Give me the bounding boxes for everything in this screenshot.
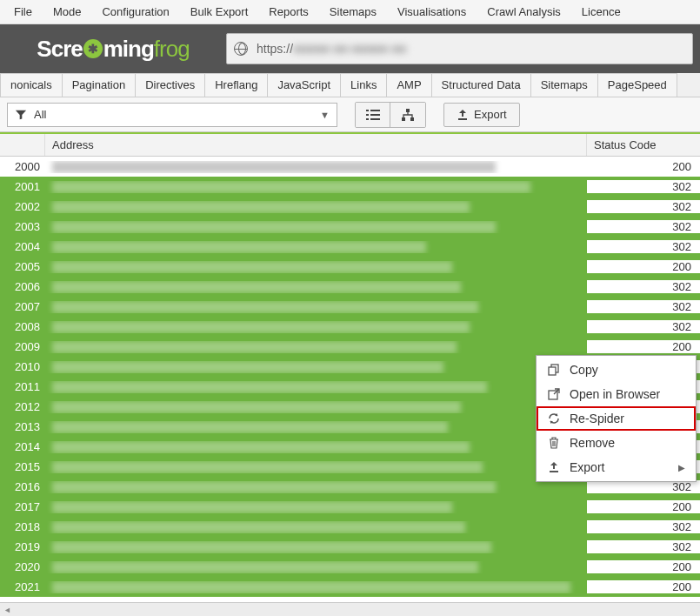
cell-address: [45, 501, 587, 513]
url-host-blurred: ■■■■■ ■■ ■■■■■ ■■: [293, 42, 406, 56]
export-label: Export: [474, 108, 507, 121]
table-header: Address Status Code: [0, 134, 700, 157]
row-number: 2010: [0, 360, 45, 373]
cell-address: [45, 301, 587, 313]
tree-view-button[interactable]: [390, 103, 425, 127]
context-open-in-browser[interactable]: Open in Browser: [537, 382, 696, 406]
context-export[interactable]: Export▶: [537, 455, 696, 479]
menu-reports[interactable]: Reports: [258, 2, 319, 22]
cell-address: [45, 181, 587, 193]
tab-sitemaps[interactable]: Sitemaps: [531, 73, 598, 97]
menu-mode[interactable]: Mode: [43, 2, 92, 22]
menu-crawl-analysis[interactable]: Crawl Analysis: [477, 2, 571, 22]
horizontal-scrollbar[interactable]: [0, 602, 700, 616]
cell-status-code: 200: [587, 580, 700, 593]
external-icon: [547, 387, 561, 401]
tab-directives[interactable]: Directives: [136, 73, 205, 97]
cell-address: [45, 321, 587, 333]
row-number: 2016: [0, 480, 45, 493]
tab-structured-data[interactable]: Structured Data: [432, 73, 531, 97]
svg-rect-0: [406, 109, 410, 112]
filter-select[interactable]: All ▼: [7, 103, 337, 127]
trash-icon: [547, 436, 561, 450]
table-row[interactable]: 2005200: [0, 257, 700, 277]
cell-address: [45, 561, 587, 573]
cell-status-code: 302: [587, 320, 700, 333]
tab-nonicals[interactable]: nonicals: [0, 73, 63, 97]
cell-address: [45, 581, 587, 593]
tree-icon: [401, 109, 415, 121]
refresh-icon: [547, 412, 561, 425]
cell-address: [45, 221, 587, 233]
table-row[interactable]: 2017200: [0, 497, 700, 517]
cell-status-code: 200: [587, 160, 700, 173]
table-row[interactable]: 2020200: [0, 557, 700, 577]
export-button[interactable]: Export: [443, 103, 520, 127]
row-number: 2008: [0, 320, 45, 333]
menu-file[interactable]: File: [3, 2, 43, 22]
tab-pagespeed[interactable]: PageSpeed: [598, 73, 677, 97]
menu-visualisations[interactable]: Visualisations: [387, 2, 477, 22]
frog-icon: ✱: [83, 39, 103, 58]
table-row[interactable]: 2009200: [0, 337, 700, 357]
table-row[interactable]: 2006302: [0, 277, 700, 297]
logo-part2: ming: [103, 36, 154, 63]
table-row[interactable]: 2003302: [0, 217, 700, 237]
cell-status-code: 200: [587, 500, 700, 513]
table-row[interactable]: 2021200: [0, 577, 700, 597]
menu-sitemaps[interactable]: Sitemaps: [319, 2, 387, 22]
context-label: Remove: [570, 436, 615, 450]
col-status-code[interactable]: Status Code: [587, 134, 700, 156]
col-address[interactable]: Address: [45, 134, 587, 156]
table-row[interactable]: 2019302: [0, 537, 700, 557]
cell-address: [45, 541, 587, 553]
context-copy[interactable]: Copy: [537, 358, 696, 382]
table-row[interactable]: 2000200: [0, 157, 700, 177]
context-label: Copy: [570, 363, 598, 377]
cell-status-code: 302: [587, 520, 700, 533]
row-number: 2005: [0, 260, 45, 273]
upload-icon: [547, 460, 561, 474]
list-view-button[interactable]: [356, 103, 390, 127]
row-number: 2021: [0, 580, 45, 593]
url-scheme: https://: [257, 42, 293, 56]
menu-licence[interactable]: Licence: [571, 2, 631, 22]
tab-hreflang[interactable]: Hreflang: [205, 73, 268, 97]
tab-javascript[interactable]: JavaScript: [268, 73, 341, 97]
cell-status-code: 302: [587, 180, 700, 193]
cell-address: [45, 421, 587, 433]
url-input[interactable]: https:// ■■■■■ ■■ ■■■■■ ■■: [226, 33, 693, 64]
topbar: Scre✱mingfrog https:// ■■■■■ ■■ ■■■■■ ■■: [0, 24, 700, 73]
table-row[interactable]: 2018302: [0, 517, 700, 537]
logo-part1: Scre: [37, 36, 82, 63]
menu-bulk-export[interactable]: Bulk Export: [180, 2, 258, 22]
cell-address: [45, 261, 587, 273]
cell-status-code: 302: [587, 280, 700, 293]
filter-icon: [15, 109, 27, 121]
table-row[interactable]: 2007302: [0, 297, 700, 317]
row-number: 2012: [0, 400, 45, 413]
menubar: FileModeConfigurationBulk ExportReportsS…: [0, 0, 700, 24]
cell-status-code: 200: [587, 260, 700, 273]
view-toggle: [355, 102, 426, 128]
row-number: 2011: [0, 380, 45, 393]
tab-pagination[interactable]: Pagination: [63, 73, 136, 97]
menu-configuration[interactable]: Configuration: [91, 2, 179, 22]
table-row[interactable]: 2008302: [0, 317, 700, 337]
cell-status-code: 302: [587, 220, 700, 233]
row-number: 2015: [0, 460, 45, 473]
tab-links[interactable]: Links: [341, 73, 387, 97]
cell-address: [45, 241, 587, 253]
table-row[interactable]: 2002302: [0, 197, 700, 217]
col-rownum[interactable]: [0, 134, 45, 156]
context-remove[interactable]: Remove: [537, 431, 696, 455]
cell-address: [45, 521, 587, 533]
row-number: 2000: [0, 160, 45, 173]
tab-amp[interactable]: AMP: [387, 73, 431, 97]
cell-status-code: 302: [587, 480, 700, 493]
cell-address: [45, 201, 587, 213]
table-row[interactable]: 2001302: [0, 177, 700, 197]
context-re-spider[interactable]: Re-Spider: [537, 406, 696, 431]
tabs-row: nonicalsPaginationDirectivesHreflangJava…: [0, 73, 700, 97]
table-row[interactable]: 2004302: [0, 237, 700, 257]
